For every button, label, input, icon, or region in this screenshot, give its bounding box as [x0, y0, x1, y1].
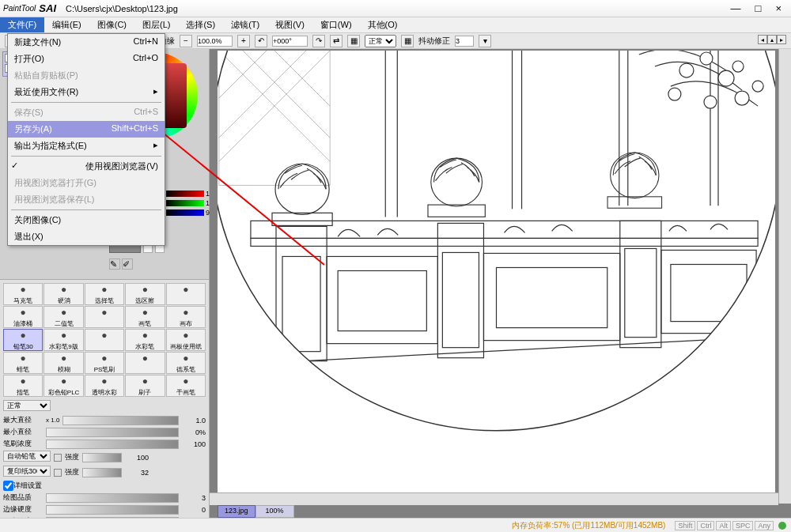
menu-item[interactable]: 输出为指定格式(E) [8, 138, 165, 154]
menu-8[interactable]: 其他(O) [360, 17, 406, 32]
close-button[interactable]: × [775, 2, 782, 14]
zoom-in-button[interactable]: + [237, 35, 250, 47]
min-size-slider[interactable] [46, 428, 179, 437]
menu-7[interactable]: 窗口(W) [312, 17, 360, 32]
menu-item[interactable]: 新建文件(N)Ctrl+N [8, 34, 165, 51]
menu-item[interactable]: 退出(X) [8, 228, 165, 245]
brush-4[interactable] [166, 283, 206, 305]
menu-2[interactable]: 图像(C) [89, 17, 134, 32]
green-slider[interactable] [166, 200, 204, 206]
brush-14[interactable]: 画板使用纸 [166, 329, 206, 351]
menubar: 文件(F)编辑(E)图像(C)图层(L)选择(S)滤镜(T)视图(V)窗口(W)… [0, 17, 791, 33]
brush-2[interactable]: 选择笔 [85, 283, 124, 305]
strength2-slider[interactable] [82, 468, 122, 477]
titlebar: PaintTool SAI C:\Users\cjx\Desktop\123.j… [0, 0, 791, 17]
texture1-icon[interactable] [54, 454, 62, 462]
brush-8[interactable]: 画笔 [125, 306, 165, 328]
density-label: 笔刷浓度 [3, 439, 43, 449]
zoom-out-button[interactable]: − [180, 35, 192, 47]
rotate-cw-button[interactable]: ↷ [312, 35, 325, 47]
nav-left-icon[interactable]: ◂ [758, 35, 767, 44]
menu-3[interactable]: 图层(L) [134, 17, 178, 32]
rotate-ccw-button[interactable]: ↶ [255, 35, 267, 47]
brush-13[interactable]: 水彩笔 [125, 329, 165, 351]
brush-11[interactable]: 水彩笔9版 [44, 329, 83, 351]
red-slider[interactable] [166, 191, 204, 197]
maximize-button[interactable]: □ [755, 2, 762, 14]
quality-label: 绘图品质 [3, 492, 43, 503]
min-dens-slider[interactable] [46, 517, 179, 519]
minimize-button[interactable]: — [731, 2, 741, 14]
menu-item[interactable]: 最近使用文件(R) [8, 84, 165, 100]
document-tab[interactable]: 123.jpg [218, 505, 255, 518]
rotation-field[interactable] [272, 36, 308, 47]
brush-9[interactable]: 画布 [166, 306, 206, 328]
strength1-slider[interactable] [82, 453, 122, 462]
stabilizer-icon[interactable]: ▦ [401, 35, 414, 47]
brush-18[interactable] [125, 352, 165, 374]
menu-item[interactable]: 打开(O)Ctrl+O [8, 51, 165, 67]
vertical-scrollbar[interactable] [778, 49, 791, 504]
svg-point-19 [718, 70, 734, 86]
app-logo: PaintTool [3, 4, 36, 13]
svg-line-7 [219, 51, 282, 98]
brush-23[interactable]: 刷子 [125, 375, 165, 397]
svg-rect-38 [497, 267, 607, 327]
menu-item[interactable]: 另存为(A)Shift+Ctrl+S [8, 121, 165, 138]
menu-4[interactable]: 选择(S) [178, 17, 223, 32]
stabilizer-opts[interactable]: ▾ [479, 35, 491, 47]
tool-eraser-icon[interactable]: ✎ [109, 258, 120, 270]
menu-6[interactable]: 视图(V) [267, 17, 312, 32]
zoom-field[interactable] [197, 36, 233, 47]
edge-hard-slider[interactable] [46, 505, 179, 515]
blend-mode-select[interactable]: 正常 [365, 35, 396, 47]
brush-19[interactable]: 德系笔 [166, 352, 206, 374]
brush-0[interactable]: 马克笔 [3, 283, 43, 305]
brush-1[interactable]: 硬消 [44, 283, 83, 305]
texture2-icon[interactable] [54, 469, 62, 477]
max-size-mul: x 1.0 [46, 417, 59, 424]
detail-label: 详细设置 [13, 481, 42, 491]
brush-grid: 马克笔硬消选择笔选区擦油漆桶二值笔画笔画布铅笔30水彩笔9版水彩笔画板使用纸蜡笔… [3, 283, 206, 397]
detail-checkbox[interactable] [3, 481, 13, 491]
canvas[interactable] [218, 51, 775, 494]
brush-7[interactable] [85, 306, 124, 328]
brush-21[interactable]: 彩色铅PLC [44, 375, 83, 397]
brush-15[interactable]: 蜡笔 [3, 352, 43, 374]
menu-item[interactable]: 使用视图浏览器(V) [8, 158, 165, 175]
svg-point-23 [668, 88, 681, 100]
flip-button[interactable]: ⇄ [330, 35, 343, 47]
stabilizer-field[interactable] [455, 36, 474, 47]
blue-slider[interactable] [166, 209, 204, 216]
horizontal-scrollbar[interactable] [210, 492, 778, 505]
brush-mode-select[interactable]: 正常 [3, 400, 51, 411]
nav-up-icon[interactable]: ▴ [767, 35, 777, 44]
svg-rect-2 [219, 51, 330, 185]
brush-3[interactable]: 选区擦 [125, 283, 165, 305]
quality-value: 3 [182, 494, 206, 502]
brush-24[interactable]: 干画笔 [166, 375, 206, 397]
texture2-select[interactable]: 复印纸300 [3, 466, 51, 477]
menu-5[interactable]: 滤镜(T) [223, 17, 267, 32]
menu-item[interactable]: 关闭图像(C) [8, 212, 165, 228]
brush-6[interactable]: 二值笔 [44, 306, 83, 328]
tool-panel: 马克笔硬消选择笔选区擦油漆桶二值笔画笔画布铅笔30水彩笔9版水彩笔画板使用纸蜡笔… [0, 280, 209, 518]
brush-5[interactable]: 油漆桶 [3, 306, 43, 328]
density-slider[interactable] [46, 440, 179, 449]
brush-16[interactable]: 模糊 [44, 352, 83, 374]
modifier-keys: ShiftCtrlAltSPCAny [673, 521, 774, 530]
menu-0[interactable]: 文件(F) [0, 17, 44, 32]
quality-slider[interactable] [46, 493, 179, 503]
mode-button[interactable]: ▦ [347, 35, 360, 47]
texture1-select[interactable]: 自动铅笔 [3, 451, 51, 462]
nav-right-icon[interactable]: ▸ [777, 35, 786, 44]
brush-22[interactable]: 透明水彩 [85, 375, 124, 397]
min-dens-label: 最小浓度 [3, 516, 43, 518]
brush-10[interactable]: 铅笔30 [3, 329, 43, 351]
brush-17[interactable]: PS笔刷 [85, 352, 124, 374]
brush-12[interactable] [85, 329, 124, 351]
max-size-slider[interactable] [62, 416, 179, 425]
brush-20[interactable]: 指笔 [3, 375, 43, 397]
tool-pencil-icon[interactable]: ✐ [122, 258, 133, 270]
menu-1[interactable]: 编辑(E) [44, 17, 89, 32]
